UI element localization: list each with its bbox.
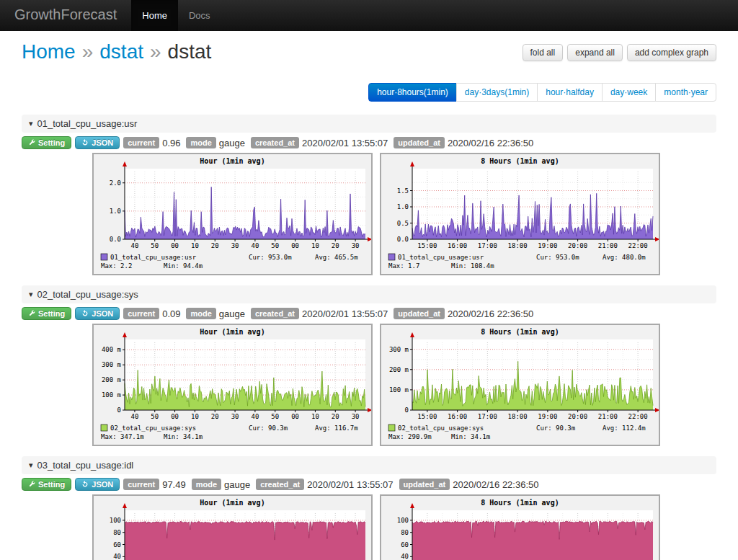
svg-text:Min: 34.1m: Min: 34.1m bbox=[451, 433, 490, 440]
section-header[interactable]: ▾ 01_total_cpu_usage:usr bbox=[22, 115, 716, 133]
svg-text:200 m: 200 m bbox=[102, 376, 121, 383]
svg-text:Cur: 90.3m: Cur: 90.3m bbox=[536, 425, 575, 432]
svg-text:17:00: 17:00 bbox=[478, 413, 497, 420]
breadcrumb-dstat-link[interactable]: dstat bbox=[99, 40, 143, 63]
section-header[interactable]: ▾ 03_total_cpu_usage:idl bbox=[22, 456, 716, 474]
svg-text:100 m: 100 m bbox=[389, 386, 409, 394]
breadcrumb: Home»dstat»dstat bbox=[22, 40, 211, 64]
svg-text:01_total_cpu_usage:usr: 01_total_cpu_usage:usr bbox=[398, 254, 484, 261]
brand-logo[interactable]: GrowthForecast bbox=[0, 0, 131, 31]
mode-label: mode bbox=[192, 479, 221, 490]
svg-text:Cur: 90.3m: Cur: 90.3m bbox=[249, 425, 288, 432]
svg-text:20:00: 20:00 bbox=[568, 242, 587, 249]
json-button[interactable]: JSON bbox=[75, 307, 120, 320]
section-title: 01_total_cpu_usage:usr bbox=[37, 118, 138, 129]
svg-text:Cur: 953.0m: Cur: 953.0m bbox=[249, 254, 292, 261]
svg-text:400 m: 400 m bbox=[102, 346, 121, 353]
rrd-graph-svg: Hour (1min avg)0.01.02.04050001020304050… bbox=[94, 154, 371, 274]
current-label: current bbox=[123, 137, 159, 148]
created-at-value: 2020/02/01 13:55:07 bbox=[302, 138, 388, 148]
svg-text:02_total_cpu_usage:sys: 02_total_cpu_usage:sys bbox=[110, 425, 196, 432]
graphs-row: Hour (1min avg)0204060801004050001020304… bbox=[92, 494, 716, 560]
svg-text:30: 30 bbox=[231, 413, 239, 420]
svg-text:10: 10 bbox=[311, 413, 319, 420]
current-label: current bbox=[123, 308, 159, 319]
svg-text:100: 100 bbox=[110, 517, 121, 524]
section-title: 03_total_cpu_usage:idl bbox=[37, 460, 134, 471]
setting-label: Setting bbox=[38, 138, 65, 147]
svg-text:Avg: 112.4m: Avg: 112.4m bbox=[603, 425, 646, 432]
section-header[interactable]: ▾ 02_total_cpu_usage:sys bbox=[22, 285, 716, 303]
graph-8hours[interactable]: 8 Hours (1min avg)0.00.51.01.515:0016:00… bbox=[380, 153, 660, 275]
wrench-icon bbox=[28, 139, 35, 146]
tab-hour-halfday[interactable]: hour·halfday bbox=[537, 83, 603, 102]
svg-text:20: 20 bbox=[332, 413, 339, 420]
updated-at-value: 2020/02/16 22:36:50 bbox=[448, 308, 533, 319]
svg-text:30: 30 bbox=[231, 242, 239, 249]
svg-text:40: 40 bbox=[401, 553, 409, 560]
graph-section-sys: ▾ 02_total_cpu_usage:sys Setting JSON cu… bbox=[22, 285, 716, 446]
setting-button[interactable]: Setting bbox=[22, 307, 71, 320]
setting-button[interactable]: Setting bbox=[22, 478, 71, 491]
collapse-caret-icon: ▾ bbox=[29, 290, 33, 299]
updated-at-value: 2020/02/16 22:36:50 bbox=[448, 138, 533, 148]
svg-text:20:00: 20:00 bbox=[568, 413, 587, 420]
current-label: current bbox=[123, 479, 159, 490]
json-label: JSON bbox=[92, 480, 113, 489]
add-complex-graph-button[interactable]: add complex graph bbox=[627, 44, 716, 61]
wrench-icon bbox=[28, 481, 35, 488]
breadcrumb-row: Home»dstat»dstat fold all expand all add… bbox=[22, 40, 716, 64]
mode-value: gauge bbox=[224, 479, 250, 490]
svg-text:40: 40 bbox=[130, 242, 138, 249]
graph-8hours[interactable]: 8 Hours (1min avg)02040608010015:0016:00… bbox=[380, 494, 660, 560]
svg-text:21:00: 21:00 bbox=[598, 242, 618, 249]
svg-text:17:00: 17:00 bbox=[478, 242, 497, 249]
setting-label: Setting bbox=[38, 309, 65, 318]
json-button[interactable]: JSON bbox=[75, 136, 120, 149]
tab-month-year[interactable]: month·year bbox=[655, 83, 716, 102]
graph-8hours[interactable]: 8 Hours (1min avg)0100 m200 m300 m15:001… bbox=[380, 324, 660, 446]
svg-text:Max: 2.2: Max: 2.2 bbox=[101, 262, 132, 270]
json-button[interactable]: JSON bbox=[75, 478, 120, 491]
svg-text:Min: 34.1m: Min: 34.1m bbox=[164, 433, 203, 440]
svg-text:15:00: 15:00 bbox=[417, 242, 437, 249]
badge-row: Setting JSON current 0.09 mode gauge cre… bbox=[22, 307, 716, 320]
svg-text:19:00: 19:00 bbox=[538, 242, 557, 249]
nav-item-home[interactable]: Home bbox=[131, 0, 178, 31]
current-value: 97.49 bbox=[162, 479, 186, 490]
mode-value: gauge bbox=[219, 308, 245, 319]
graph-hour[interactable]: Hour (1min avg)0204060801004050001020304… bbox=[92, 494, 373, 560]
nav-item-docs[interactable]: Docs bbox=[178, 0, 221, 31]
tab-hour-8hours[interactable]: hour·8hours(1min) bbox=[368, 83, 457, 102]
svg-text:8 Hours (1min avg): 8 Hours (1min avg) bbox=[481, 157, 559, 165]
tab-day-3days[interactable]: day·3days(1min) bbox=[456, 83, 538, 102]
fold-all-button[interactable]: fold all bbox=[523, 44, 564, 61]
graph-hour[interactable]: Hour (1min avg)0100 m200 m300 m400 m4050… bbox=[92, 324, 373, 446]
svg-text:00: 00 bbox=[171, 413, 179, 420]
svg-text:00: 00 bbox=[291, 413, 299, 420]
breadcrumb-separator: » bbox=[82, 40, 94, 63]
svg-text:50: 50 bbox=[271, 242, 279, 249]
top-navbar: GrowthForecast Home Docs bbox=[0, 0, 738, 31]
graph-hour[interactable]: Hour (1min avg)0.01.02.04050001020304050… bbox=[92, 153, 373, 275]
svg-text:Hour (1min avg): Hour (1min avg) bbox=[200, 157, 264, 165]
breadcrumb-home-link[interactable]: Home bbox=[22, 40, 76, 63]
svg-text:100: 100 bbox=[397, 517, 409, 524]
updated-at-label: updated_at bbox=[399, 479, 450, 490]
svg-text:1.5: 1.5 bbox=[397, 187, 409, 195]
svg-text:50: 50 bbox=[271, 413, 279, 420]
rrd-graph-svg: 8 Hours (1min avg)02040608010015:0016:00… bbox=[381, 496, 659, 560]
svg-text:16:00: 16:00 bbox=[448, 413, 467, 420]
svg-text:0: 0 bbox=[405, 406, 409, 414]
breadcrumb-separator: » bbox=[150, 40, 161, 63]
tab-day-week[interactable]: day·week bbox=[602, 83, 656, 102]
created-at-value: 2020/02/01 13:55:07 bbox=[307, 479, 393, 490]
svg-text:1.0: 1.0 bbox=[110, 208, 121, 215]
json-label: JSON bbox=[92, 309, 113, 318]
toolbar: fold all expand all add complex graph bbox=[523, 44, 716, 61]
badge-row: Setting JSON current 97.49 mode gauge cr… bbox=[22, 478, 716, 491]
time-range-tabs: hour·8hours(1min) day·3days(1min) hour·h… bbox=[22, 83, 716, 102]
expand-all-button[interactable]: expand all bbox=[567, 44, 623, 61]
svg-text:18:00: 18:00 bbox=[508, 413, 528, 420]
setting-button[interactable]: Setting bbox=[22, 136, 71, 149]
